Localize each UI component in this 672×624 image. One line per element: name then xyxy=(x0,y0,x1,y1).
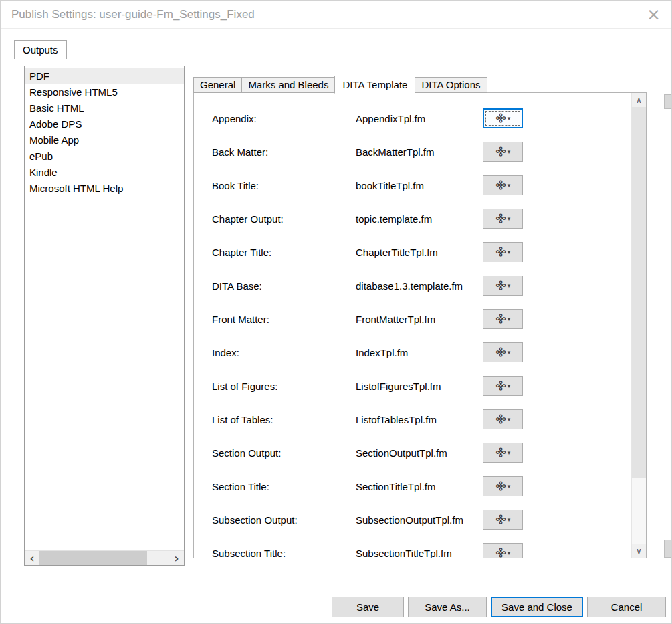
horizontal-scroll-thumb[interactable] xyxy=(39,551,147,565)
settings-tab[interactable]: DITA Options xyxy=(415,77,487,93)
settings-tab-label: DITA Template xyxy=(342,79,407,90)
template-picker-button[interactable]: ⌘ ▾ xyxy=(483,276,523,296)
dita-template-panel: Appendix: AppendixTpl.fm ⌘ ▾ Back Matter… xyxy=(193,92,647,558)
output-list-item[interactable]: Microsoft HTML Help xyxy=(25,181,184,197)
template-row-value: SubsectionTitleTpl.fm xyxy=(356,548,483,558)
tools-icon: ⌘ xyxy=(493,478,508,494)
output-list-item-label: ePub xyxy=(29,150,53,162)
template-rows: Appendix: AppendixTpl.fm ⌘ ▾ Back Matter… xyxy=(194,93,631,558)
dropdown-caret-icon: ▾ xyxy=(508,215,511,222)
template-picker-button[interactable]: ⌘ ▾ xyxy=(483,443,523,463)
window-scrollbar-fragment-top[interactable] xyxy=(664,94,671,109)
dropdown-caret-icon: ▾ xyxy=(508,416,511,423)
output-list-item[interactable]: PDF xyxy=(25,68,184,84)
template-row-label: Index: xyxy=(212,347,356,358)
template-picker-button[interactable]: ⌘ ▾ xyxy=(483,543,523,558)
template-row: Chapter Output: topic.template.fm ⌘ ▾ xyxy=(194,202,631,235)
vertical-scroll-thumb[interactable] xyxy=(632,107,646,478)
template-row: Back Matter: BackMatterTpl.fm ⌘ ▾ xyxy=(194,135,631,169)
scroll-up-icon[interactable]: ∧ xyxy=(632,93,646,107)
tools-icon: ⌘ xyxy=(493,244,508,259)
tools-icon: ⌘ xyxy=(493,344,508,360)
dropdown-caret-icon: ▾ xyxy=(508,115,511,122)
close-icon[interactable]: × xyxy=(647,6,661,23)
output-list-item[interactable]: Adobe DPS xyxy=(25,116,184,132)
output-list-item-label: Kindle xyxy=(29,167,58,178)
settings-tab[interactable]: DITA Template xyxy=(334,76,415,94)
dropdown-caret-icon: ▾ xyxy=(508,282,511,289)
save-button[interactable]: Save xyxy=(332,597,404,617)
template-picker-button[interactable]: ⌘ ▾ xyxy=(483,510,523,530)
template-picker-button[interactable]: ⌘ ▾ xyxy=(483,108,523,128)
template-picker-button[interactable]: ⌘ ▾ xyxy=(483,309,523,329)
output-list-item[interactable]: Basic HTML xyxy=(25,100,184,116)
output-list-item-label: PDF xyxy=(29,70,49,82)
template-row-label: Front Matter: xyxy=(212,314,356,325)
template-row: Subsection Title: SubsectionTitleTpl.fm … xyxy=(194,536,631,558)
template-picker-button[interactable]: ⌘ ▾ xyxy=(483,209,523,229)
template-row-label: Chapter Title: xyxy=(212,247,356,258)
settings-tab-strip: General Marks and Bleeds DITA Template D… xyxy=(193,76,487,93)
settings-tab[interactable]: General xyxy=(193,77,242,93)
template-row: Front Matter: FrontMatterTpl.fm ⌘ ▾ xyxy=(194,302,631,336)
template-picker-button[interactable]: ⌘ ▾ xyxy=(483,476,523,496)
dropdown-caret-icon: ▾ xyxy=(508,449,511,456)
vertical-scrollbar[interactable]: ∧ ∨ xyxy=(631,93,646,558)
tools-icon: ⌘ xyxy=(493,378,508,393)
horizontal-scroll-track[interactable] xyxy=(39,551,169,565)
template-row-value: SectionOutputTpl.fm xyxy=(356,447,483,459)
template-picker-button[interactable]: ⌘ ▾ xyxy=(483,376,523,396)
tools-icon: ⌘ xyxy=(493,177,508,193)
publish-settings-dialog: Publish Settings: user-guide-Fm_Settings… xyxy=(0,0,672,624)
template-row-value: AppendixTpl.fm xyxy=(356,113,483,124)
template-picker-button[interactable]: ⌘ ▾ xyxy=(483,342,523,362)
template-row: Section Title: SectionTitleTpl.fm ⌘ ▾ xyxy=(194,470,631,503)
settings-tab-label: General xyxy=(200,79,235,90)
template-row: Appendix: AppendixTpl.fm ⌘ ▾ xyxy=(194,102,631,135)
template-row-label: DITA Base: xyxy=(212,280,356,292)
cancel-button[interactable]: Cancel xyxy=(587,597,666,617)
template-row-value: SubsectionOutputTpl.fm xyxy=(356,514,483,526)
template-row-value: BackMatterTpl.fm xyxy=(356,146,483,158)
template-picker-button[interactable]: ⌘ ▾ xyxy=(483,175,523,195)
template-row: DITA Base: ditabase1.3.template.fm ⌘ ▾ xyxy=(194,269,631,302)
template-row-value: ListofTablesTpl.fm xyxy=(356,414,483,425)
template-picker-button[interactable]: ⌘ ▾ xyxy=(483,409,523,429)
template-row-label: Section Title: xyxy=(212,481,356,492)
template-row-value: ChapterTitleTpl.fm xyxy=(356,247,483,258)
window-scrollbar-fragment-bottom[interactable] xyxy=(664,540,671,558)
template-row-value: topic.template.fm xyxy=(356,213,483,225)
template-row-value: ditabase1.3.template.fm xyxy=(356,280,483,292)
tab-outputs[interactable]: Outputs xyxy=(14,40,67,59)
dropdown-caret-icon: ▾ xyxy=(508,148,511,155)
vertical-scroll-track[interactable] xyxy=(632,107,646,544)
template-row-value: FrontMatterTpl.fm xyxy=(356,314,483,325)
titlebar: Publish Settings: user-guide-Fm_Settings… xyxy=(1,1,671,29)
dropdown-caret-icon: ▾ xyxy=(508,249,511,255)
template-picker-button[interactable]: ⌘ ▾ xyxy=(483,242,523,262)
tools-icon: ⌘ xyxy=(493,144,508,159)
horizontal-scrollbar[interactable]: ‹ › xyxy=(25,550,184,565)
output-list-item-label: Mobile App xyxy=(29,134,79,146)
tools-icon: ⌘ xyxy=(493,411,508,427)
save-and-close-button[interactable]: Save and Close xyxy=(491,597,583,617)
scroll-right-icon[interactable]: › xyxy=(169,551,184,565)
template-row-label: List of Tables: xyxy=(212,414,356,425)
output-list-item[interactable]: ePub xyxy=(25,148,184,165)
template-row-label: List of Figures: xyxy=(212,381,356,392)
settings-tab-label: DITA Options xyxy=(421,79,480,90)
tools-icon: ⌘ xyxy=(493,110,508,126)
settings-tab[interactable]: Marks and Bleeds xyxy=(241,77,335,93)
scroll-left-icon[interactable]: ‹ xyxy=(25,551,39,565)
output-list-item-label: Adobe DPS xyxy=(29,118,82,130)
save-as-button[interactable]: Save As... xyxy=(408,597,487,617)
output-list-item[interactable]: Mobile App xyxy=(25,132,184,148)
output-list-item[interactable]: Kindle xyxy=(25,165,184,181)
template-picker-button[interactable]: ⌘ ▾ xyxy=(483,142,523,162)
scroll-down-icon[interactable]: ∨ xyxy=(632,544,646,558)
output-list-item[interactable]: Responsive HTML5 xyxy=(25,84,184,100)
template-row-label: Subsection Title: xyxy=(212,548,356,558)
template-row: Chapter Title: ChapterTitleTpl.fm ⌘ ▾ xyxy=(194,235,631,269)
output-list-item-label: Responsive HTML5 xyxy=(29,86,118,98)
dropdown-caret-icon: ▾ xyxy=(508,383,511,389)
